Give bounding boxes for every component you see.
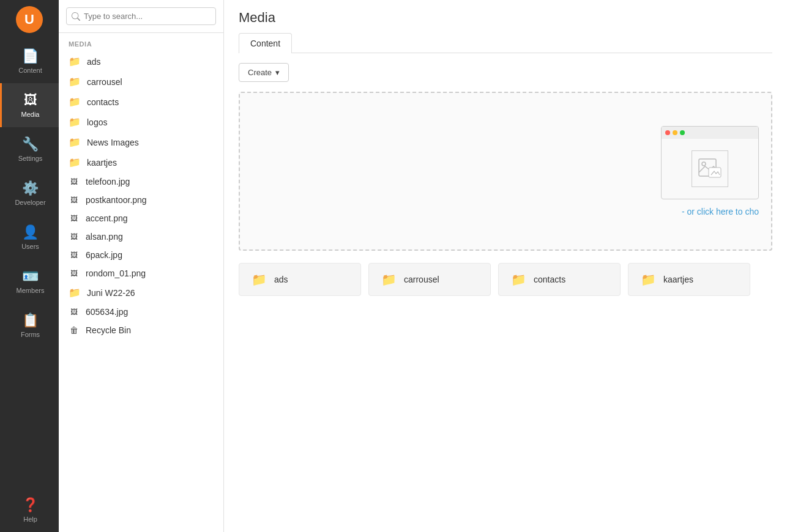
image-icon: 🖼 (69, 308, 80, 316)
folder-icon: 📁 (69, 136, 81, 148)
logo-circle: U (16, 6, 43, 33)
dot-yellow (673, 130, 677, 135)
sidebar-item-label: logos (87, 117, 107, 127)
folder-icon: 📁 (69, 76, 81, 87)
sidebar-item-juni-w22[interactable]: 📁 Juni W22-26 (59, 283, 223, 303)
sidebar-item-label: 605634.jpg (86, 307, 128, 317)
sidebar-item-kaartjes[interactable]: 📁 kaartjes (59, 152, 223, 172)
sidebar-item-label: kaartjes (87, 158, 117, 168)
image-icon: 🖼 (69, 269, 80, 278)
sidebar-item-label: 6pack.jpg (86, 250, 122, 260)
sidebar-section-media: MEDIA (59, 33, 223, 51)
nav-item-media[interactable]: 🖼 Media (0, 83, 59, 127)
sidebar-item-rondom01[interactable]: 🖼 rondom_01.png (59, 264, 223, 283)
sidebar-item-label: carrousel (87, 77, 122, 87)
folder-card-carrousel[interactable]: 📁 carrousel (368, 263, 491, 296)
nav-item-forms[interactable]: 📋 Forms (0, 303, 59, 347)
sidebar-item-label: contacts (87, 97, 119, 107)
sidebar-item-contacts[interactable]: 📁 contacts (59, 92, 223, 112)
svg-point-1 (702, 162, 706, 166)
sidebar-item-label: ads (87, 57, 101, 67)
folder-card-kaartjes[interactable]: 📁 kaartjes (628, 263, 750, 296)
image-icon: 🖼 (69, 214, 80, 223)
sidebar-item-alsan[interactable]: 🖼 alsan.png (59, 227, 223, 246)
nav-item-users[interactable]: 👤 Users (0, 215, 59, 259)
folder-icon: 📁 (381, 272, 397, 287)
nav-item-content[interactable]: 📄 Content (0, 39, 59, 83)
sidebar-item-label: alsan.png (86, 232, 123, 242)
sidebar-item-label: accent.png (86, 213, 128, 223)
members-icon: 🪪 (22, 268, 39, 284)
sidebar-item-label: Recycle Bin (86, 325, 131, 335)
sidebar-item-telefoon[interactable]: 🖼 telefoon.jpg (59, 172, 223, 191)
sidebar-item-6pack[interactable]: 🖼 6pack.jpg (59, 246, 223, 264)
browser-mockup (661, 126, 759, 199)
folder-icon: 📁 (69, 157, 81, 168)
folder-icon: 📁 (69, 96, 81, 108)
sidebar-search-area (59, 0, 223, 33)
folder-icon: 📁 (511, 272, 526, 287)
nav-item-developer[interactable]: ⚙️ Developer (0, 171, 59, 215)
content-icon: 📄 (22, 48, 39, 64)
image-icon: 🖼 (69, 177, 80, 186)
main-content: Media Content Create ▾ (224, 0, 787, 532)
tab-content[interactable]: Content (239, 33, 292, 53)
sidebar-item-ads[interactable]: 📁 ads (59, 51, 223, 72)
developer-icon: ⚙️ (22, 180, 39, 196)
sidebar-item-label: telefoon.jpg (86, 177, 130, 187)
sidebar-item-logos[interactable]: 📁 logos (59, 112, 223, 132)
browser-titlebar (662, 127, 758, 139)
main-body: Create ▾ (224, 53, 787, 532)
folder-card-label: carrousel (404, 275, 439, 284)
sidebar-item-recycle-bin[interactable]: 🗑 Recycle Bin (59, 321, 223, 339)
folder-icon: 📁 (252, 272, 267, 287)
sidebar-item-605634[interactable]: 🖼 605634.jpg (59, 303, 223, 321)
image-icon: 🖼 (69, 196, 80, 204)
folder-card-ads[interactable]: 📁 ads (239, 263, 361, 296)
trash-icon: 🗑 (69, 325, 80, 335)
drop-zone-illustration: - or click here to cho (661, 126, 759, 216)
dot-green (680, 130, 685, 135)
drop-zone-click-text[interactable]: - or click here to cho (682, 207, 759, 216)
nav-item-members[interactable]: 🪪 Members (0, 259, 59, 303)
sidebar-item-postkantoor[interactable]: 🖼 postkantoor.png (59, 191, 223, 209)
dot-red (665, 130, 670, 135)
folder-grid: 📁 ads 📁 carrousel 📁 contacts 📁 kaartjes (239, 263, 772, 296)
page-title: Media (239, 10, 772, 26)
folder-card-label: kaartjes (663, 275, 693, 284)
create-button[interactable]: Create ▾ (239, 63, 289, 82)
sidebar-item-label: rondom_01.png (86, 268, 146, 278)
sidebar: MEDIA 📁 ads 📁 carrousel 📁 contacts 📁 log… (59, 0, 224, 532)
settings-icon: 🔧 (22, 136, 39, 152)
chevron-down-icon: ▾ (275, 68, 280, 77)
drop-zone[interactable]: - or click here to cho (239, 92, 772, 251)
nav-bar: U 📄 Content 🖼 Media 🔧 Settings ⚙️ Develo… (0, 0, 59, 532)
forms-icon: 📋 (22, 312, 39, 328)
folder-card-contacts[interactable]: 📁 contacts (498, 263, 621, 296)
sidebar-item-label: News Images (87, 138, 139, 147)
search-input[interactable] (66, 7, 216, 25)
folder-icon: 📁 (69, 116, 81, 128)
create-label: Create (248, 68, 272, 77)
folder-icon: 📁 (69, 287, 81, 298)
nav-item-settings[interactable]: 🔧 Settings (0, 127, 59, 171)
sidebar-item-accent[interactable]: 🖼 accent.png (59, 209, 223, 227)
users-icon: 👤 (22, 224, 39, 240)
toolbar: Create ▾ (239, 63, 772, 82)
image-placeholder (692, 150, 728, 187)
media-icon: 🖼 (24, 92, 37, 108)
folder-card-label: ads (274, 275, 288, 284)
image-icon: 🖼 (69, 232, 80, 241)
sidebar-item-label: Juni W22-26 (87, 288, 135, 298)
sidebar-item-label: postkantoor.png (86, 195, 147, 205)
tabs-bar: Content (239, 33, 772, 53)
folder-icon: 📁 (641, 272, 656, 287)
folder-card-label: contacts (534, 275, 565, 284)
sidebar-item-news-images[interactable]: 📁 News Images (59, 132, 223, 152)
main-header: Media Content (224, 0, 787, 53)
browser-body (662, 139, 758, 199)
image-icon: 🖼 (69, 251, 80, 259)
nav-item-help[interactable]: ❓ Help (0, 488, 59, 532)
sidebar-item-carrousel[interactable]: 📁 carrousel (59, 72, 223, 92)
logo[interactable]: U (0, 0, 59, 39)
